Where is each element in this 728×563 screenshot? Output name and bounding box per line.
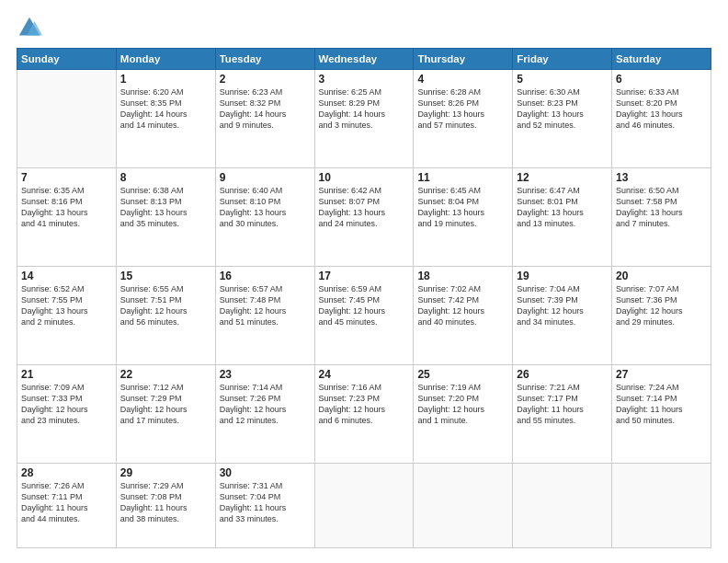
calendar-header-friday: Friday (513, 49, 612, 70)
calendar-header-thursday: Thursday (414, 49, 513, 70)
day-number: 29 (120, 466, 211, 479)
day-number: 1 (120, 73, 211, 86)
cell-content: Sunrise: 7:14 AM Sunset: 7:26 PM Dayligh… (220, 382, 311, 427)
calendar-cell: 28Sunrise: 7:26 AM Sunset: 7:11 PM Dayli… (17, 463, 117, 547)
cell-content: Sunrise: 7:21 AM Sunset: 7:17 PM Dayligh… (517, 382, 608, 427)
calendar-cell: 12Sunrise: 6:47 AM Sunset: 8:01 PM Dayli… (513, 167, 612, 266)
calendar-cell (414, 463, 513, 547)
day-number: 12 (517, 171, 608, 184)
day-number: 23 (220, 368, 311, 381)
day-number: 2 (220, 73, 311, 86)
day-number: 13 (616, 171, 707, 184)
cell-content: Sunrise: 6:23 AM Sunset: 8:32 PM Dayligh… (220, 86, 311, 132)
cell-content: Sunrise: 7:07 AM Sunset: 7:36 PM Dayligh… (616, 283, 707, 328)
cell-content: Sunrise: 7:19 AM Sunset: 7:20 PM Dayligh… (417, 382, 508, 427)
cell-content: Sunrise: 7:24 AM Sunset: 7:14 PM Dayligh… (616, 382, 707, 427)
cell-content: Sunrise: 6:57 AM Sunset: 7:48 PM Dayligh… (220, 283, 311, 328)
cell-content: Sunrise: 6:28 AM Sunset: 8:26 PM Dayligh… (417, 86, 508, 132)
day-number: 8 (120, 171, 211, 184)
cell-content: Sunrise: 6:45 AM Sunset: 8:04 PM Dayligh… (417, 185, 508, 230)
calendar-cell: 1Sunrise: 6:20 AM Sunset: 8:35 PM Daylig… (116, 70, 215, 168)
calendar-cell: 13Sunrise: 6:50 AM Sunset: 7:58 PM Dayli… (612, 167, 711, 266)
cell-content: Sunrise: 6:42 AM Sunset: 8:07 PM Dayligh… (319, 185, 410, 230)
calendar-cell: 4Sunrise: 6:28 AM Sunset: 8:26 PM Daylig… (414, 70, 513, 168)
calendar-cell: 16Sunrise: 6:57 AM Sunset: 7:48 PM Dayli… (215, 266, 314, 364)
cell-content: Sunrise: 6:50 AM Sunset: 7:58 PM Dayligh… (616, 185, 707, 230)
cell-content: Sunrise: 6:40 AM Sunset: 8:10 PM Dayligh… (220, 185, 311, 230)
calendar-cell: 18Sunrise: 7:02 AM Sunset: 7:42 PM Dayli… (414, 266, 513, 364)
calendar-cell: 30Sunrise: 7:31 AM Sunset: 7:04 PM Dayli… (215, 463, 314, 547)
calendar-cell: 23Sunrise: 7:14 AM Sunset: 7:26 PM Dayli… (215, 364, 314, 463)
calendar-cell: 10Sunrise: 6:42 AM Sunset: 8:07 PM Dayli… (314, 167, 414, 266)
calendar-cell: 8Sunrise: 6:38 AM Sunset: 8:13 PM Daylig… (116, 167, 215, 266)
cell-content: Sunrise: 7:31 AM Sunset: 7:04 PM Dayligh… (220, 480, 311, 525)
cell-content: Sunrise: 6:35 AM Sunset: 8:16 PM Dayligh… (21, 185, 112, 230)
header (17, 15, 711, 40)
calendar-cell: 15Sunrise: 6:55 AM Sunset: 7:51 PM Dayli… (116, 266, 215, 364)
calendar-week-row: 1Sunrise: 6:20 AM Sunset: 8:35 PM Daylig… (17, 70, 711, 168)
day-number: 21 (21, 368, 112, 381)
day-number: 25 (417, 368, 508, 381)
day-number: 17 (319, 270, 410, 282)
calendar-week-row: 7Sunrise: 6:35 AM Sunset: 8:16 PM Daylig… (17, 167, 711, 266)
calendar-cell (612, 463, 711, 547)
page: SundayMondayTuesdayWednesdayThursdayFrid… (0, 0, 728, 563)
cell-content: Sunrise: 6:55 AM Sunset: 7:51 PM Dayligh… (120, 283, 211, 328)
calendar-cell: 17Sunrise: 6:59 AM Sunset: 7:45 PM Dayli… (314, 266, 414, 364)
calendar-cell: 5Sunrise: 6:30 AM Sunset: 8:23 PM Daylig… (513, 70, 612, 168)
calendar-cell (314, 463, 414, 547)
cell-content: Sunrise: 7:26 AM Sunset: 7:11 PM Dayligh… (21, 480, 112, 525)
calendar-cell: 24Sunrise: 7:16 AM Sunset: 7:23 PM Dayli… (314, 364, 414, 463)
cell-content: Sunrise: 7:04 AM Sunset: 7:39 PM Dayligh… (517, 283, 608, 328)
cell-content: Sunrise: 6:52 AM Sunset: 7:55 PM Dayligh… (21, 283, 112, 328)
calendar-cell: 20Sunrise: 7:07 AM Sunset: 7:36 PM Dayli… (612, 266, 711, 364)
day-number: 26 (517, 368, 608, 381)
cell-content: Sunrise: 6:38 AM Sunset: 8:13 PM Dayligh… (120, 185, 211, 230)
calendar-header-wednesday: Wednesday (314, 49, 414, 70)
cell-content: Sunrise: 7:16 AM Sunset: 7:23 PM Dayligh… (319, 382, 410, 427)
day-number: 6 (616, 73, 707, 86)
day-number: 4 (417, 73, 508, 86)
calendar-cell: 22Sunrise: 7:12 AM Sunset: 7:29 PM Dayli… (116, 364, 215, 463)
day-number: 22 (120, 368, 211, 381)
calendar-cell: 26Sunrise: 7:21 AM Sunset: 7:17 PM Dayli… (513, 364, 612, 463)
calendar-cell: 25Sunrise: 7:19 AM Sunset: 7:20 PM Dayli… (414, 364, 513, 463)
day-number: 15 (120, 270, 211, 282)
calendar-cell: 19Sunrise: 7:04 AM Sunset: 7:39 PM Dayli… (513, 266, 612, 364)
calendar-cell: 21Sunrise: 7:09 AM Sunset: 7:33 PM Dayli… (17, 364, 117, 463)
calendar-cell: 2Sunrise: 6:23 AM Sunset: 8:32 PM Daylig… (215, 70, 314, 168)
logo-icon (17, 15, 42, 40)
day-number: 30 (220, 466, 311, 479)
calendar-cell (513, 463, 612, 547)
day-number: 24 (319, 368, 410, 381)
calendar-header-saturday: Saturday (612, 49, 711, 70)
calendar-week-row: 14Sunrise: 6:52 AM Sunset: 7:55 PM Dayli… (17, 266, 711, 364)
logo (17, 15, 46, 40)
cell-content: Sunrise: 6:20 AM Sunset: 8:35 PM Dayligh… (120, 86, 211, 132)
calendar-cell: 3Sunrise: 6:25 AM Sunset: 8:29 PM Daylig… (314, 70, 414, 168)
day-number: 28 (21, 466, 112, 479)
cell-content: Sunrise: 6:47 AM Sunset: 8:01 PM Dayligh… (517, 185, 608, 230)
cell-content: Sunrise: 6:30 AM Sunset: 8:23 PM Dayligh… (517, 86, 608, 132)
calendar-cell: 9Sunrise: 6:40 AM Sunset: 8:10 PM Daylig… (215, 167, 314, 266)
day-number: 20 (616, 270, 707, 282)
cell-content: Sunrise: 6:25 AM Sunset: 8:29 PM Dayligh… (319, 86, 410, 132)
cell-content: Sunrise: 7:09 AM Sunset: 7:33 PM Dayligh… (21, 382, 112, 427)
day-number: 3 (319, 73, 410, 86)
day-number: 16 (220, 270, 311, 282)
calendar-cell: 14Sunrise: 6:52 AM Sunset: 7:55 PM Dayli… (17, 266, 117, 364)
day-number: 5 (517, 73, 608, 86)
calendar-week-row: 28Sunrise: 7:26 AM Sunset: 7:11 PM Dayli… (17, 463, 711, 547)
calendar-header-monday: Monday (116, 49, 215, 70)
calendar-cell: 7Sunrise: 6:35 AM Sunset: 8:16 PM Daylig… (17, 167, 117, 266)
day-number: 14 (21, 270, 112, 282)
calendar-header-row: SundayMondayTuesdayWednesdayThursdayFrid… (17, 49, 711, 70)
cell-content: Sunrise: 7:29 AM Sunset: 7:08 PM Dayligh… (120, 480, 211, 525)
calendar-cell (17, 70, 117, 168)
calendar-week-row: 21Sunrise: 7:09 AM Sunset: 7:33 PM Dayli… (17, 364, 711, 463)
day-number: 11 (417, 171, 508, 184)
cell-content: Sunrise: 6:59 AM Sunset: 7:45 PM Dayligh… (319, 283, 410, 328)
cell-content: Sunrise: 6:33 AM Sunset: 8:20 PM Dayligh… (616, 86, 707, 132)
day-number: 7 (21, 171, 112, 184)
calendar-cell: 27Sunrise: 7:24 AM Sunset: 7:14 PM Dayli… (612, 364, 711, 463)
